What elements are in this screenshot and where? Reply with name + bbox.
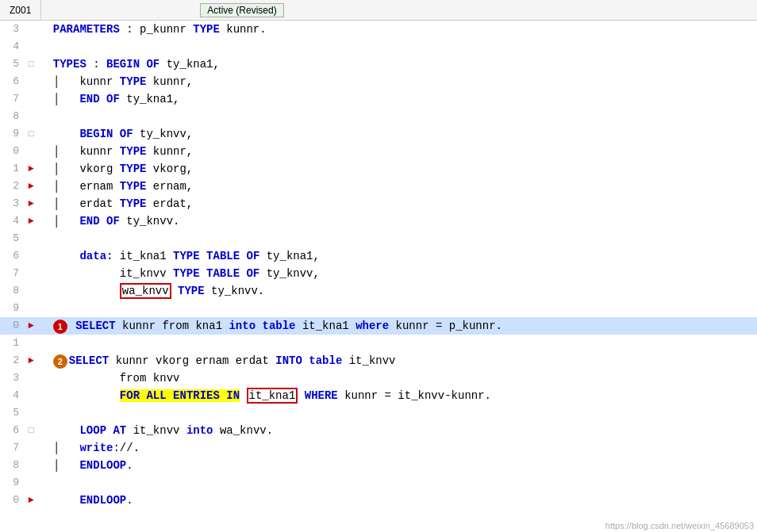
tab-z001[interactable]: Z001 bbox=[0, 0, 41, 20]
line-number: 9 bbox=[0, 300, 24, 317]
fold-icon: □ bbox=[24, 55, 38, 73]
line-number: 3 bbox=[0, 21, 24, 38]
line-content: │ ENDLOOP. bbox=[38, 457, 757, 474]
code-line-5: 5 □ TYPES : BEGIN OF ty_kna1, bbox=[0, 55, 757, 73]
code-line-16: 6 data: it_kna1 TYPE TABLE OF ty_kna1, bbox=[0, 247, 757, 265]
code-line-19: 9 bbox=[0, 300, 757, 317]
code-line-29: 9 bbox=[0, 474, 757, 492]
line-content: it_knvv TYPE TABLE OF ty_knvv, bbox=[38, 265, 757, 282]
badge-2: 2 bbox=[53, 354, 67, 369]
line-number: 1 bbox=[0, 335, 24, 352]
fold-icon: ► bbox=[24, 352, 38, 369]
code-line-6: 6 │ kunnr TYPE kunnr, bbox=[0, 73, 757, 90]
line-content: │ erdat TYPE erdat, bbox=[38, 195, 757, 212]
line-content: PARAMETERS : p_kunnr TYPE kunnr. bbox=[38, 21, 757, 38]
line-number: 1 bbox=[0, 160, 24, 178]
code-line-22: 2 ► 2SELECT kunnr vkorg ernam erdat INTO… bbox=[0, 352, 757, 369]
code-line-3: 3 PARAMETERS : p_kunnr TYPE kunnr. bbox=[0, 21, 757, 38]
line-number: 7 bbox=[0, 90, 24, 108]
line-number: 5 bbox=[0, 404, 24, 422]
line-content: TYPES : BEGIN OF ty_kna1, bbox=[38, 55, 757, 73]
line-content: │ END OF ty_knvv. bbox=[38, 212, 757, 230]
fold-icon: ► bbox=[24, 160, 38, 178]
line-number: 6 bbox=[0, 73, 24, 90]
code-line-4: 4 bbox=[0, 38, 757, 55]
line-content: │ vkorg TYPE vkorg, bbox=[38, 160, 757, 178]
line-number: 8 bbox=[0, 282, 24, 300]
line-content: BEGIN OF ty_knvv, bbox=[38, 125, 757, 143]
code-line-7: 7 │ END OF ty_kna1, bbox=[0, 90, 757, 108]
line-number: 5 bbox=[0, 230, 24, 247]
line-content: │ kunnr TYPE kunnr, bbox=[38, 73, 757, 90]
wa-knvv-box: wa_knvv bbox=[120, 283, 171, 299]
line-number: 4 bbox=[0, 38, 24, 55]
fold-icon: ► bbox=[24, 195, 38, 212]
fold-icon: ► bbox=[24, 317, 38, 335]
code-line-18: 8 wa_knvv TYPE ty_knvv. bbox=[0, 282, 757, 300]
code-line-17: 7 it_knvv TYPE TABLE OF ty_knvv, bbox=[0, 265, 757, 282]
fold-icon: □ bbox=[24, 422, 38, 439]
code-line-11: 1 ► │ vkorg TYPE vkorg, bbox=[0, 160, 757, 178]
line-content: 1 SELECT kunnr from kna1 into table it_k… bbox=[38, 317, 757, 335]
line-number: 6 bbox=[0, 247, 24, 265]
code-line-23: 3 from knvv bbox=[0, 369, 757, 387]
line-number: 4 bbox=[0, 387, 24, 404]
line-number: 7 bbox=[0, 265, 24, 282]
code-line-9: 9 □ BEGIN OF ty_knvv, bbox=[0, 125, 757, 143]
code-line-27: 7 │ write://. bbox=[0, 439, 757, 457]
fold-icon: □ bbox=[24, 125, 38, 143]
watermark: https://blog.csdn.net/weixin_45689053 bbox=[605, 521, 754, 530]
line-number: 6 bbox=[0, 422, 24, 439]
line-content: │ write://. bbox=[38, 439, 757, 457]
fold-icon: ► bbox=[24, 212, 38, 230]
line-content: │ kunnr TYPE kunnr, bbox=[38, 143, 757, 160]
line-number: 8 bbox=[0, 457, 24, 474]
line-number: 8 bbox=[0, 108, 24, 125]
code-line-21: 1 bbox=[0, 335, 757, 352]
line-number: 5 bbox=[0, 55, 24, 73]
top-bar: Z001 Active (Revised) bbox=[0, 0, 757, 21]
badge-1: 1 bbox=[53, 320, 67, 334]
it-kna1-box: it_kna1 bbox=[247, 388, 298, 404]
line-content: ENDLOOP. bbox=[38, 492, 757, 509]
line-content: │ ernam TYPE ernam, bbox=[38, 178, 757, 195]
line-content: from knvv bbox=[38, 369, 757, 387]
for-all-entries-highlight: FOR ALL ENTRIES IN bbox=[120, 389, 240, 402]
line-number: 7 bbox=[0, 439, 24, 457]
code-line-30: 0 ► ENDLOOP. bbox=[0, 492, 757, 509]
line-number: 3 bbox=[0, 369, 24, 387]
fold-icon: ► bbox=[24, 492, 38, 509]
line-number: 4 bbox=[0, 212, 24, 230]
line-content: │ END OF ty_kna1, bbox=[38, 90, 757, 108]
line-number: 9 bbox=[0, 125, 24, 143]
line-number: 0 bbox=[0, 317, 24, 335]
code-line-28: 8 │ ENDLOOP. bbox=[0, 457, 757, 474]
code-line-14: 4 ► │ END OF ty_knvv. bbox=[0, 212, 757, 230]
line-content: LOOP AT it_knvv into wa_knvv. bbox=[38, 422, 757, 439]
code-editor: Z001 Active (Revised) 3 PARAMETERS : p_k… bbox=[0, 0, 757, 532]
code-line-25: 5 bbox=[0, 404, 757, 422]
line-content: data: it_kna1 TYPE TABLE OF ty_kna1, bbox=[38, 247, 757, 265]
code-line-12: 2 ► │ ernam TYPE ernam, bbox=[0, 178, 757, 195]
code-line-13: 3 ► │ erdat TYPE erdat, bbox=[0, 195, 757, 212]
line-number: 2 bbox=[0, 352, 24, 369]
code-line-26: 6 □ LOOP AT it_knvv into wa_knvv. bbox=[0, 422, 757, 439]
fold-icon: ► bbox=[24, 178, 38, 195]
line-number: 0 bbox=[0, 143, 24, 160]
code-line-20: 0 ► 1 SELECT kunnr from kna1 into table … bbox=[0, 317, 757, 335]
status-badge: Active (Revised) bbox=[200, 3, 283, 17]
line-content: wa_knvv TYPE ty_knvv. bbox=[38, 282, 757, 300]
line-number: 9 bbox=[0, 474, 24, 492]
code-line-24: 4 FOR ALL ENTRIES IN it_kna1 WHERE kunnr… bbox=[0, 387, 757, 404]
line-number: 2 bbox=[0, 178, 24, 195]
code-line-15: 5 bbox=[0, 230, 757, 247]
code-line-8: 8 bbox=[0, 108, 757, 125]
line-number: 0 bbox=[0, 492, 24, 509]
line-content: FOR ALL ENTRIES IN it_kna1 WHERE kunnr =… bbox=[38, 387, 757, 404]
line-number: 3 bbox=[0, 195, 24, 212]
line-content: 2SELECT kunnr vkorg ernam erdat INTO tab… bbox=[38, 352, 757, 369]
code-line-10: 0 │ kunnr TYPE kunnr, bbox=[0, 143, 757, 160]
